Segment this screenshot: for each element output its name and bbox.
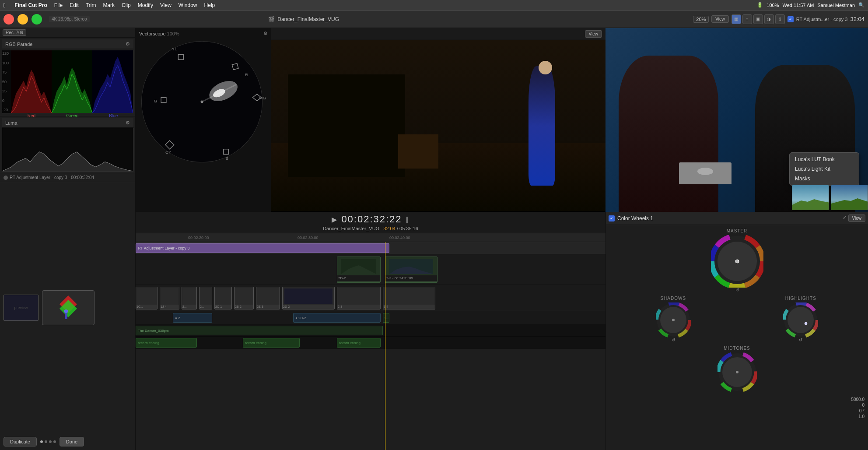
- adjustment-clip[interactable]: RT Adjustment Layer - copy 3: [136, 243, 389, 253]
- record-ending-clip-2[interactable]: record ending: [243, 338, 300, 348]
- close-button[interactable]: [4, 14, 14, 25]
- main-preview: [271, 40, 606, 211]
- thumbnail-2[interactable]: [831, 185, 868, 210]
- shadows-color-wheel[interactable]: [656, 302, 691, 338]
- highlights-color-wheel[interactable]: [783, 302, 818, 338]
- info-icon[interactable]: ℹ: [775, 14, 785, 24]
- broll-bottom-2d2[interactable]: ● 2D-2: [293, 313, 381, 323]
- menu-modify[interactable]: Modify: [138, 2, 153, 8]
- midtones-color-wheel[interactable]: [718, 352, 757, 392]
- duplicate-button[interactable]: Duplicate: [4, 437, 37, 446]
- main-clip-9[interactable]: 2-3: [337, 287, 381, 309]
- value-mid2: 0 °: [859, 408, 864, 413]
- clip-icon[interactable]: ▣: [753, 14, 763, 24]
- effect-checkbox[interactable]: ✓: [788, 16, 794, 22]
- clip-area: preview: [0, 182, 135, 433]
- rgb-parade-header: RGB Parade ⚙: [2, 39, 133, 49]
- list-icon[interactable]: ≡: [742, 14, 752, 24]
- view-button[interactable]: View: [711, 15, 729, 23]
- clip-duration: 05:35:16: [399, 226, 418, 231]
- film-icon: 🎬: [268, 16, 275, 22]
- color-wheel-expand-icon[interactable]: ⤢: [843, 214, 847, 222]
- master-reset-btn[interactable]: ↺: [735, 288, 739, 292]
- vectorscope-wrapper: Vectorscope 100% ⚙: [136, 28, 271, 212]
- vectorscope-settings-icon[interactable]: ⚙: [263, 31, 268, 36]
- done-button[interactable]: Done: [60, 437, 84, 446]
- record-ending-clip-3[interactable]: record ending: [337, 338, 381, 348]
- apple-menu[interactable]: : [4, 2, 6, 9]
- menu-clip[interactable]: Clip: [122, 2, 131, 8]
- main-clip-2[interactable]: 1J-4: [160, 287, 179, 309]
- record-ending-clip-1[interactable]: record ending: [136, 338, 197, 348]
- playhead: [385, 242, 385, 450]
- search-icon[interactable]: 🔍: [858, 2, 864, 8]
- menu-help[interactable]: Help: [204, 2, 215, 8]
- grid-icon[interactable]: ▦: [732, 14, 741, 24]
- dot-3: [49, 440, 52, 443]
- shadows-reset-btn[interactable]: ↺: [672, 338, 675, 342]
- fcp-icon: [42, 290, 94, 325]
- broll-bottom-2[interactable]: ● 2: [173, 313, 212, 323]
- main-layout: Rec. 709 RGB Parade ⚙ 1201007550250-20: [0, 28, 868, 450]
- preview-right-container: Luca's LUT Book Luca's Light Kit Masks: [606, 28, 868, 450]
- context-item-masks[interactable]: Masks: [790, 174, 859, 183]
- color-wheels-section: MASTER: [606, 225, 868, 450]
- svg-rect-26: [284, 288, 332, 304]
- main-video-track: 1C... 1J-4 2... 2... 2C-1: [136, 285, 606, 311]
- value-mid1: 0: [862, 403, 864, 408]
- menu-file[interactable]: File: [54, 2, 63, 8]
- main-clip-3[interactable]: 2...: [182, 287, 197, 309]
- timecode-display: ▶ 00:02:32:22 ‖: [332, 214, 409, 225]
- main-clip-5[interactable]: 2C-1: [214, 287, 232, 309]
- play-icon[interactable]: ▶: [332, 215, 338, 224]
- menu-window[interactable]: Window: [178, 2, 197, 8]
- color-wheels-checkbox[interactable]: ✓: [609, 215, 615, 221]
- preview-view-btn[interactable]: View: [585, 30, 602, 38]
- ruler-mark-1: 00:02:20:00: [188, 236, 209, 240]
- adjustment-track: RT Adjustment Layer - copy 3: [136, 242, 606, 254]
- context-item-lukas-light[interactable]: Luca's Light Kit: [790, 164, 859, 174]
- effect-name: RT Adjustm...er - copy 3: [796, 17, 848, 22]
- broll-bottom-1[interactable]: 1...: [383, 313, 389, 323]
- svg-text:YL: YL: [172, 46, 178, 51]
- minimize-button[interactable]: [18, 14, 28, 25]
- luma-section: Luma ⚙: [0, 116, 135, 173]
- app-name[interactable]: Final Cut Pro: [14, 2, 47, 8]
- zoom-percent[interactable]: 20%: [693, 16, 709, 23]
- svg-point-56: [805, 322, 807, 325]
- main-clip-6[interactable]: 2B-2: [234, 287, 254, 309]
- menu-edit[interactable]: Edit: [70, 2, 79, 8]
- vectorscope-area: Vectorscope 100% ⚙: [136, 28, 606, 212]
- color-icon[interactable]: ◑: [764, 14, 774, 24]
- color-wheels-view-btn[interactable]: View: [848, 214, 866, 222]
- luma-settings-icon[interactable]: ⚙: [126, 120, 130, 126]
- user-name: Samuel Mestman: [817, 3, 855, 8]
- highlights-reset-btn[interactable]: ↺: [799, 338, 802, 342]
- menu-mark[interactable]: Mark: [103, 2, 115, 8]
- svg-point-23: [201, 101, 203, 103]
- main-clip-4[interactable]: 2...: [199, 287, 212, 309]
- broll-track-bottom: ● 2 ● 2D-2 1...: [136, 311, 606, 324]
- center-panel: Vectorscope 100% ⚙: [136, 28, 606, 450]
- menu-view[interactable]: View: [160, 2, 172, 8]
- color-wheels-header: ✓ Color Wheels 1 ⤢ View: [606, 212, 868, 225]
- audio-clip-dancer[interactable]: The Dancer_539pm: [136, 326, 383, 335]
- maximize-button[interactable]: [32, 14, 42, 25]
- menu-trim[interactable]: Trim: [86, 2, 96, 8]
- context-menu: Luca's LUT Book Luca's Light Kit Masks: [789, 152, 859, 186]
- secondary-preview: Luca's LUT Book Luca's Light Kit Masks: [606, 28, 868, 212]
- master-color-wheel[interactable]: [711, 235, 763, 288]
- broll-clip-1-label: 2D-2: [337, 275, 380, 281]
- thumbnail-1[interactable]: [792, 185, 829, 210]
- pause-indicator: ‖: [406, 216, 410, 223]
- main-clip-10[interactable]: 3-4: [383, 287, 435, 309]
- context-item-lukas-lut[interactable]: Luca's LUT Book: [790, 155, 859, 164]
- broll-clip-1[interactable]: 2D-2: [337, 257, 381, 283]
- main-clip-1[interactable]: 1C...: [136, 287, 158, 309]
- scope-settings-icon[interactable]: ⚙: [126, 41, 130, 47]
- svg-point-55: [788, 307, 814, 333]
- clock: Wed 11:57 AM: [782, 3, 814, 8]
- main-clip-7[interactable]: 2E-3: [256, 287, 280, 309]
- broll-clip-2[interactable]: 2-3 - 00:24:31:09: [385, 257, 438, 283]
- main-clip-8[interactable]: 2D-2: [282, 287, 335, 309]
